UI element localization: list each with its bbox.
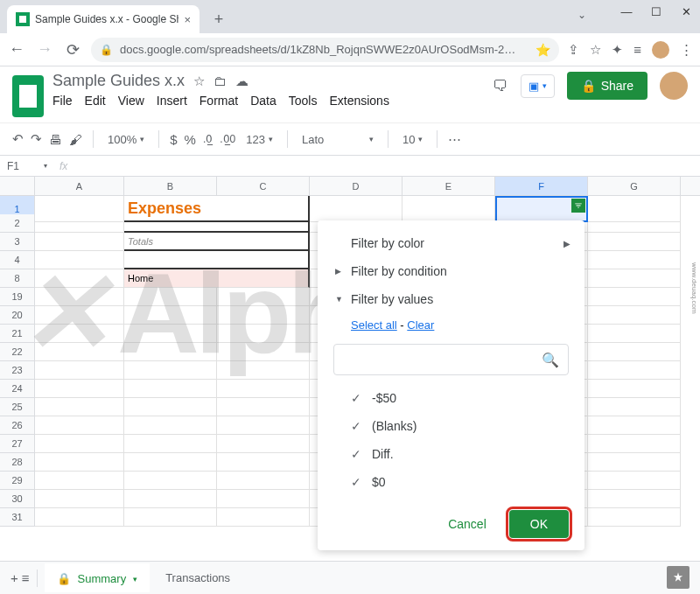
selected-cell-f1[interactable] bbox=[495, 196, 588, 222]
all-sheets-icon[interactable]: ≡ bbox=[22, 570, 30, 585]
redo-icon[interactable]: ↷ bbox=[31, 131, 42, 147]
zoom-select[interactable]: 100%▾ bbox=[104, 133, 148, 146]
row-header[interactable]: 22 bbox=[0, 343, 35, 361]
cell-b3[interactable]: Totals bbox=[124, 233, 217, 251]
row-header[interactable]: 26 bbox=[0, 416, 35, 435]
row-header[interactable]: 21 bbox=[0, 325, 35, 343]
extensions-icon[interactable]: ✦ bbox=[612, 42, 623, 58]
sheet-tab-transactions[interactable]: Transactions bbox=[153, 564, 242, 591]
account-avatar[interactable] bbox=[660, 72, 688, 100]
lock-icon: 🔒 bbox=[581, 79, 596, 93]
share-page-icon[interactable]: ⇪ bbox=[568, 42, 579, 58]
filter-value-item[interactable]: ✓Diff. bbox=[351, 440, 584, 468]
menu-file[interactable]: File bbox=[52, 94, 73, 108]
check-icon: ✓ bbox=[351, 419, 361, 433]
row-header[interactable]: 28 bbox=[0, 453, 35, 472]
col-header-a[interactable]: A bbox=[35, 177, 124, 195]
document-title[interactable]: Sample Guides x.x bbox=[52, 72, 185, 90]
bookmark-icon[interactable]: ☆ bbox=[590, 42, 601, 58]
cancel-button[interactable]: Cancel bbox=[432, 510, 502, 538]
col-header-b[interactable]: B bbox=[124, 177, 217, 195]
sheet-tab-summary[interactable]: 🔒 Summary ▾ bbox=[45, 563, 150, 592]
back-button[interactable]: ← bbox=[7, 40, 26, 59]
print-icon[interactable]: 🖶 bbox=[49, 132, 62, 147]
filter-value-item[interactable]: ✓(Blanks) bbox=[351, 412, 584, 440]
select-all-link[interactable]: Select all bbox=[351, 318, 397, 332]
percent-icon[interactable]: % bbox=[185, 132, 196, 147]
browser-tab[interactable]: Sample Guides x.x - Google She × bbox=[7, 5, 200, 33]
menu-data[interactable]: Data bbox=[250, 94, 276, 108]
menu-insert[interactable]: Insert bbox=[157, 94, 187, 108]
share-button[interactable]: 🔒 Share bbox=[567, 72, 648, 100]
paint-format-icon[interactable]: 🖌 bbox=[69, 132, 82, 147]
format-select[interactable]: 123▾ bbox=[242, 133, 276, 146]
menu-tools[interactable]: Tools bbox=[289, 94, 318, 108]
move-icon[interactable]: 🗀 bbox=[214, 73, 227, 88]
cell-b8[interactable]: Home bbox=[124, 269, 217, 288]
cloud-status-icon[interactable]: ☁ bbox=[235, 73, 248, 89]
table-row: 1 Expenses bbox=[0, 196, 700, 214]
present-button[interactable]: ▣ ▾ bbox=[521, 74, 555, 98]
explore-button[interactable] bbox=[667, 566, 690, 589]
undo-icon[interactable]: ↶ bbox=[12, 131, 24, 147]
font-size-select[interactable]: 10▾ bbox=[399, 133, 426, 146]
row-header[interactable]: 19 bbox=[0, 288, 35, 306]
row-header[interactable]: 30 bbox=[0, 490, 35, 508]
select-all-corner[interactable] bbox=[0, 177, 35, 195]
row-header[interactable]: 20 bbox=[0, 306, 35, 325]
clear-link[interactable]: Clear bbox=[407, 318, 434, 332]
increase-decimal-icon[interactable]: .0̲0 bbox=[220, 133, 235, 145]
lock-icon: 🔒 bbox=[100, 44, 113, 56]
more-toolbar-icon[interactable]: ⋯ bbox=[448, 131, 461, 147]
filter-by-values[interactable]: ▼Filter by values bbox=[318, 285, 584, 313]
name-box[interactable]: F1 bbox=[0, 160, 44, 172]
profile-avatar[interactable] bbox=[652, 41, 669, 59]
close-tab-icon[interactable]: × bbox=[184, 13, 191, 26]
row-header[interactable]: 31 bbox=[0, 508, 35, 527]
chrome-menu-icon[interactable]: ⋮ bbox=[680, 42, 693, 58]
address-bar[interactable]: 🔒 docs.google.com/spreadsheets/d/1kZ8Nb_… bbox=[91, 38, 559, 62]
col-header-f[interactable]: F bbox=[495, 177, 588, 195]
reload-button[interactable]: ⟳ bbox=[63, 40, 82, 59]
col-header-g[interactable]: G bbox=[588, 177, 681, 195]
filter-value-item[interactable]: ✓$0 bbox=[351, 468, 584, 496]
filter-icon[interactable] bbox=[571, 199, 585, 213]
col-header-e[interactable]: E bbox=[402, 177, 495, 195]
menu-edit[interactable]: Edit bbox=[85, 94, 106, 108]
col-header-c[interactable]: C bbox=[217, 177, 310, 195]
close-window-icon[interactable]: ✕ bbox=[677, 5, 695, 18]
ok-button[interactable]: OK bbox=[509, 510, 569, 538]
filter-menu: Filter by color▶ ▶Filter by condition ▼F… bbox=[318, 220, 584, 550]
menu-extensions[interactable]: Extensions bbox=[329, 94, 388, 108]
col-header-d[interactable]: D bbox=[310, 177, 402, 195]
filter-search-input[interactable]: 🔍 bbox=[333, 344, 569, 375]
minimize-icon[interactable]: — bbox=[618, 5, 635, 18]
tabs-dropdown-icon[interactable]: ⌄ bbox=[578, 9, 586, 21]
toolbar: ↶ ↷ 🖶 🖌 100%▾ $ % .0̲ .0̲0 123▾ Lato▾ 10… bbox=[0, 122, 700, 156]
add-sheet-icon[interactable]: + bbox=[10, 570, 18, 585]
filter-by-condition[interactable]: ▶Filter by condition bbox=[318, 257, 584, 285]
translate-icon[interactable]: ⭐ bbox=[536, 43, 550, 57]
window-controls: — ☐ ✕ bbox=[618, 5, 695, 18]
row-header[interactable]: 24 bbox=[0, 380, 35, 398]
chevron-down-icon: ▾ bbox=[542, 81, 547, 90]
row-header[interactable]: 27 bbox=[0, 435, 35, 453]
name-box-dropdown-icon[interactable]: ▾ bbox=[44, 162, 47, 170]
reading-list-icon[interactable]: ≡ bbox=[634, 42, 641, 57]
menu-view[interactable]: View bbox=[118, 94, 144, 108]
decrease-decimal-icon[interactable]: .0̲ bbox=[203, 133, 213, 145]
comment-history-icon[interactable]: 🗨 bbox=[493, 77, 508, 95]
star-icon[interactable]: ☆ bbox=[193, 73, 205, 89]
row-header[interactable]: 25 bbox=[0, 398, 35, 416]
menu-format[interactable]: Format bbox=[200, 94, 238, 108]
row-header[interactable]: 29 bbox=[0, 472, 35, 490]
row-header[interactable]: 23 bbox=[0, 361, 35, 380]
new-tab-button[interactable]: + bbox=[206, 7, 231, 31]
sheets-logo[interactable] bbox=[12, 75, 44, 117]
currency-icon[interactable]: $ bbox=[170, 132, 177, 147]
sheets-header: Sample Guides x.x ☆ 🗀 ☁ File Edit View I… bbox=[0, 66, 700, 117]
filter-value-item[interactable]: ✓-$50 bbox=[351, 384, 584, 412]
filter-by-color[interactable]: Filter by color▶ bbox=[318, 229, 584, 257]
font-select[interactable]: Lato▾ bbox=[298, 133, 377, 146]
maximize-icon[interactable]: ☐ bbox=[648, 5, 665, 18]
